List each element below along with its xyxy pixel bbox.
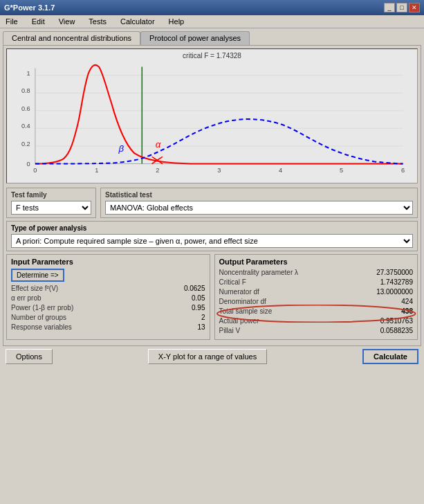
svg-text:β: β <box>118 143 125 154</box>
output-param-row-6: Pillai V 0.0588235 <box>219 327 414 334</box>
menu-view[interactable]: View <box>56 17 78 26</box>
input-param-label-3: Number of groups <box>11 314 157 321</box>
input-param-label-2: Power (1-β err prob) <box>11 304 157 312</box>
svg-text:0: 0 <box>33 167 37 174</box>
menu-edit[interactable]: Edit <box>29 17 48 26</box>
svg-text:0.6: 0.6 <box>21 105 30 112</box>
input-param-value-4: 13 <box>157 323 205 331</box>
input-param-value-1: 0.05 <box>157 294 205 302</box>
title-bar-text: G*Power 3.1.7 <box>4 3 55 12</box>
input-param-value-0: 0.0625 <box>157 285 205 292</box>
svg-text:6: 6 <box>401 167 405 174</box>
input-param-row-3: Number of groups 2 <box>11 314 205 321</box>
output-param-value-0: 27.3750000 <box>365 269 413 276</box>
output-params-panel: Output Parameters Noncentrality paramete… <box>214 254 418 340</box>
svg-rect-0 <box>7 54 417 178</box>
output-param-label-0: Noncentrality parameter λ <box>219 269 365 276</box>
svg-text:α: α <box>156 139 161 150</box>
input-param-row-4: Response variables 13 <box>11 323 205 331</box>
test-family-select[interactable]: F tests <box>11 201 91 215</box>
svg-text:0: 0 <box>27 161 30 168</box>
options-button[interactable]: Options <box>6 349 53 364</box>
input-param-label-0: Effect size f²(V) <box>11 285 157 292</box>
output-param-label-6: Pillai V <box>219 327 365 334</box>
svg-text:2: 2 <box>156 167 159 174</box>
input-param-value-2: 0.95 <box>157 304 205 312</box>
svg-text:3: 3 <box>217 167 221 174</box>
tab-protocol[interactable]: Protocol of power analyses <box>140 31 250 45</box>
minimize-btn[interactable]: _ <box>384 3 395 12</box>
output-param-value-5: 0.9510763 <box>365 317 413 325</box>
analysis-type-select[interactable]: A priori: Compute required sample size –… <box>11 234 413 248</box>
output-param-label-3: Denominator df <box>219 298 365 305</box>
determine-button[interactable]: Determine => <box>11 269 64 282</box>
menu-help[interactable]: Help <box>166 17 187 26</box>
maximize-btn[interactable]: □ <box>396 3 407 12</box>
output-param-row-1: Critical F 1.7432789 <box>219 278 414 286</box>
output-param-value-4: 438 <box>365 307 413 315</box>
statistical-test-label: Statistical test <box>105 191 413 199</box>
output-param-row-2: Numerator df 13.0000000 <box>219 288 414 296</box>
output-params-title: Output Parameters <box>219 258 414 266</box>
input-params-title: Input Parameters <box>11 258 205 266</box>
output-param-row-5: Actual power 0.9510763 <box>219 317 414 325</box>
output-param-row-3: Denominator df 424 <box>219 298 414 305</box>
statistical-test-select[interactable]: MANOVA: Global effects <box>105 201 413 215</box>
chart-area: critical F = 1.74328 0 0.2 0.4 0.6 0.8 1 <box>6 48 418 183</box>
svg-text:5: 5 <box>340 167 343 174</box>
menu-tests[interactable]: Tests <box>86 17 109 26</box>
input-param-value-3: 2 <box>157 314 205 321</box>
svg-text:0.4: 0.4 <box>21 123 30 129</box>
tab-distributions[interactable]: Central and noncentral distributions <box>3 31 140 45</box>
menu-file[interactable]: File <box>3 17 21 26</box>
statistical-test-group: Statistical test MANOVA: Global effects <box>100 188 418 218</box>
chart-critical-label: critical F = 1.74328 <box>183 52 241 60</box>
output-param-label-4: Total sample size <box>219 307 365 315</box>
input-params-panel: Input Parameters Determine => Effect siz… <box>6 254 210 340</box>
output-param-label-5: Actual power <box>219 317 365 325</box>
output-param-value-3: 424 <box>365 298 413 305</box>
analysis-type-label: Type of power analysis <box>11 224 413 232</box>
close-btn[interactable]: ✕ <box>409 3 420 12</box>
input-param-label-4: Response variables <box>11 323 157 331</box>
menu-calculator[interactable]: Calculator <box>118 17 158 26</box>
analysis-type-group: Type of power analysis A priori: Compute… <box>6 221 418 251</box>
input-param-row-2: Power (1-β err prob) 0.95 <box>11 304 205 312</box>
xy-plot-button[interactable]: X-Y plot for a range of values <box>148 349 267 364</box>
test-family-label: Test family <box>11 191 91 199</box>
output-param-value-1: 1.7432789 <box>365 278 413 286</box>
output-param-value-6: 0.0588235 <box>365 327 413 334</box>
output-param-row-0: Noncentrality parameter λ 27.3750000 <box>219 269 414 276</box>
title-bar: G*Power 3.1.7 _ □ ✕ <box>0 0 424 15</box>
output-param-value-2: 13.0000000 <box>365 288 413 296</box>
output-param-label-2: Numerator df <box>219 288 365 296</box>
output-param-row-4: Total sample size 438 <box>219 307 414 315</box>
input-param-row-0: Effect size f²(V) 0.0625 <box>11 285 205 292</box>
svg-text:0.2: 0.2 <box>21 141 30 147</box>
input-param-label-1: α err prob <box>11 294 157 302</box>
svg-text:1: 1 <box>95 167 98 174</box>
input-param-row-1: α err prob 0.05 <box>11 294 205 302</box>
svg-text:1: 1 <box>27 70 30 77</box>
menu-bar: File Edit View Tests Calculator Help <box>0 15 424 28</box>
bottom-button-bar: Options X-Y plot for a range of values C… <box>3 346 421 367</box>
calculate-button[interactable]: Calculate <box>362 349 418 364</box>
output-param-label-1: Critical F <box>219 278 365 286</box>
svg-text:4: 4 <box>279 167 282 174</box>
test-family-group: Test family F tests <box>6 188 96 218</box>
svg-text:0.8: 0.8 <box>21 87 30 94</box>
